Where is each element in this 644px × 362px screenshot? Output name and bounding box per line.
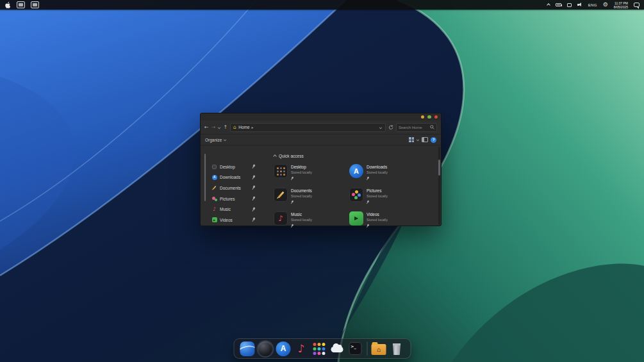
breadcrumb-arrow-icon[interactable]: ▸	[252, 126, 254, 129]
command-bar: Organize ?	[201, 135, 441, 145]
dock-terminal-icon[interactable]: >_	[347, 339, 363, 358]
tile-downloads[interactable]: A Downloads Stored locally	[349, 164, 425, 181]
pin-icon[interactable]	[250, 206, 257, 213]
back-button[interactable]: ←	[204, 125, 209, 130]
volume-icon[interactable]	[577, 3, 582, 7]
sidebar-item-downloads[interactable]: A Downloads	[201, 172, 270, 183]
clock-date: 8/05/2025	[614, 5, 628, 9]
tile-name: Desktop	[291, 165, 306, 169]
pencil-icon	[213, 186, 217, 190]
dock-trash-icon[interactable]	[388, 339, 405, 358]
sidebar-item-label: Documents	[220, 186, 248, 190]
music-note-icon: ♪	[274, 211, 288, 226]
dock-launchpad-icon[interactable]	[311, 339, 327, 358]
section-title: Quick access	[279, 154, 304, 158]
search-box[interactable]	[396, 123, 437, 132]
pin-icon[interactable]	[250, 185, 257, 192]
collapse-chevron-icon[interactable]	[273, 154, 277, 158]
app-store-icon: A	[349, 164, 363, 178]
app-store-icon: A	[212, 175, 217, 180]
recent-locations-chevron-icon[interactable]	[218, 126, 221, 129]
close-button[interactable]	[434, 115, 438, 119]
sidebar-item-videos[interactable]: ▶ Videos	[201, 215, 270, 226]
minimize-button[interactable]	[421, 115, 425, 119]
tile-pictures[interactable]: Pictures Stored locally	[349, 188, 425, 204]
tile-status: Stored locally	[367, 194, 388, 198]
pin-icon[interactable]	[250, 174, 257, 181]
dock-home-folder-icon[interactable]: ⌂	[370, 339, 387, 358]
file-explorer-window: ← → ↑ ⌂ Home ▸ Organize	[200, 113, 442, 226]
quick-access-grid: Desktop Stored locally A Downloads Store…	[274, 164, 441, 228]
system-tray: ENG ⚙ 11:37 PM 8/05/2025	[547, 0, 640, 10]
pin-icon[interactable]	[250, 217, 257, 224]
home-icon: ⌂	[233, 125, 236, 130]
view-options-icon[interactable]	[409, 137, 414, 142]
sidebar-item-label: Music	[220, 207, 248, 211]
main-scrollbar-track[interactable]	[438, 147, 440, 225]
tile-music[interactable]: ♪ Music Stored locally	[274, 211, 349, 228]
pin-icon[interactable]	[250, 195, 257, 202]
search-input[interactable]	[399, 126, 429, 129]
tile-name: Pictures	[367, 188, 381, 193]
tile-videos[interactable]: ▶ Videos Stored locally	[349, 211, 425, 228]
breadcrumb-location[interactable]: Home	[238, 125, 249, 129]
forward-button[interactable]: →	[211, 125, 216, 130]
dock-browser-icon[interactable]	[257, 339, 274, 358]
action-center-icon[interactable]	[634, 3, 640, 7]
app-window-glyph	[33, 3, 37, 6]
sidebar-item-pictures[interactable]: Pictures	[201, 193, 270, 204]
taskbar-left	[4, 0, 39, 10]
sidebar-item-documents[interactable]: Documents	[201, 183, 270, 193]
play-icon: ▶	[212, 217, 217, 222]
sidebar-item-desktop[interactable]: Desktop	[201, 161, 270, 172]
start-button[interactable]	[4, 1, 11, 9]
tile-status: Stored locally	[291, 218, 312, 222]
pencil-icon	[274, 188, 288, 202]
sidebar-item-label: Desktop	[220, 165, 248, 169]
maximize-button[interactable]	[427, 115, 431, 119]
search-icon	[430, 125, 434, 129]
help-label: ?	[433, 138, 435, 142]
pin-icon[interactable]	[250, 163, 257, 170]
dock-files-icon[interactable]	[239, 339, 256, 358]
tile-desktop[interactable]: Desktop Stored locally	[274, 164, 349, 181]
network-icon[interactable]	[567, 3, 572, 7]
battery-icon[interactable]	[556, 3, 561, 6]
address-bar[interactable]: ⌂ Home ▸	[230, 123, 386, 132]
music-note-icon: ♪	[213, 207, 216, 212]
taskbar-clock[interactable]: 11:37 PM 8/05/2025	[614, 1, 628, 9]
up-button[interactable]: ↑	[223, 125, 227, 130]
tile-status: Stored locally	[291, 194, 312, 198]
address-dropdown-icon[interactable]	[379, 126, 383, 129]
navigation-bar: ← → ↑ ⌂ Home ▸	[201, 120, 441, 135]
language-indicator[interactable]: ENG	[588, 3, 597, 7]
dock-cloud-icon[interactable]	[329, 339, 345, 358]
taskbar-app-icon-1[interactable]	[17, 1, 25, 8]
sidebar-scrollbar[interactable]	[204, 154, 206, 201]
pin-icon	[365, 176, 370, 181]
pin-icon	[289, 199, 295, 205]
help-button[interactable]: ?	[431, 137, 436, 143]
taskbar-app-icon-2[interactable]	[31, 1, 39, 8]
tile-name: Music	[291, 212, 302, 217]
organize-button[interactable]: Organize	[205, 138, 226, 142]
settings-gear-icon[interactable]: ⚙	[603, 2, 608, 8]
preview-pane-icon[interactable]	[422, 137, 428, 142]
view-options-chevron-icon[interactable]	[417, 138, 420, 142]
window-titlebar[interactable]	[201, 113, 441, 120]
desktop-grid-icon	[274, 164, 288, 178]
tile-name: Videos	[367, 212, 379, 217]
main-scrollbar-thumb[interactable]	[438, 160, 440, 176]
hidden-icons-chevron-icon[interactable]	[547, 3, 550, 7]
sidebar-item-label: Videos	[220, 218, 248, 222]
sidebar-item-music[interactable]: ♪ Music	[201, 204, 270, 215]
refresh-button[interactable]	[388, 125, 393, 130]
sidebar: Desktop A Downloads Documents Pictures ♪…	[201, 145, 270, 226]
dock-music-icon[interactable]: ♪	[293, 339, 310, 358]
desktop-icon	[212, 165, 217, 169]
tile-documents[interactable]: Documents Stored locally	[274, 188, 349, 204]
quick-access-header[interactable]: Quick access	[274, 154, 441, 158]
dock-app-store-icon[interactable]: A	[275, 339, 292, 358]
play-icon: ▶	[349, 211, 363, 226]
pin-icon	[365, 199, 370, 205]
